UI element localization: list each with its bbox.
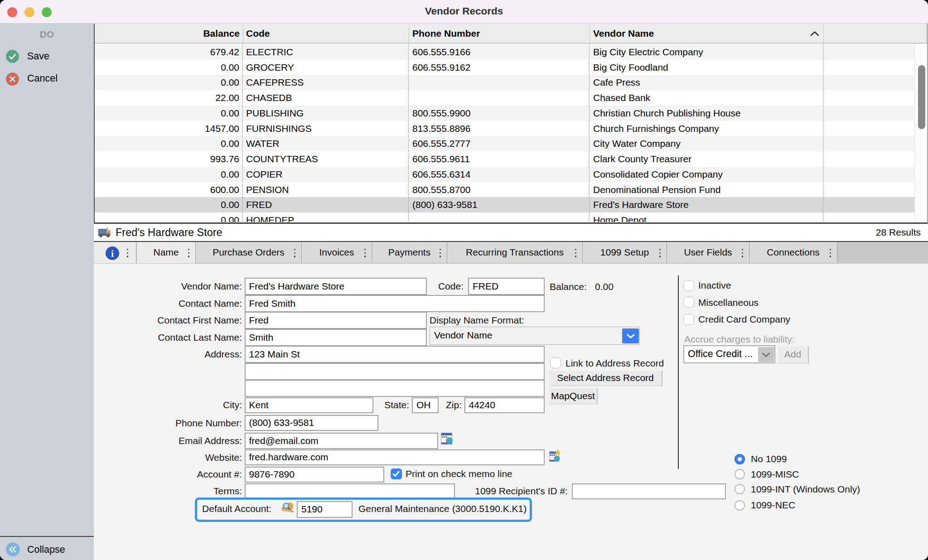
svg-text:i: i [111,248,114,259]
